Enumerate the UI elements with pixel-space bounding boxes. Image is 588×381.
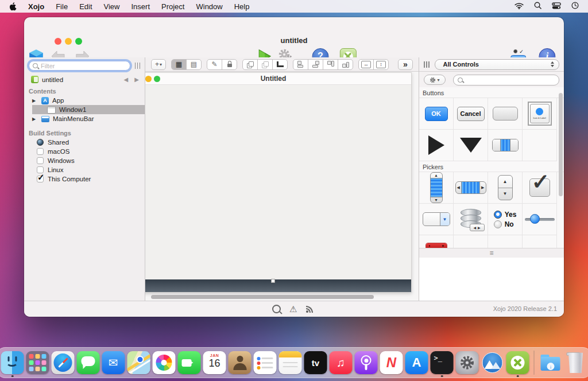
disclosure-triangle-icon[interactable]: ▶	[32, 116, 38, 122]
menu-item-edit[interactable]: Edit	[74, 2, 98, 11]
warnings-icon[interactable]: ⚠	[289, 305, 297, 313]
align-left-icon[interactable]	[293, 60, 308, 69]
dock-news-icon[interactable]: N	[380, 349, 404, 376]
control-slider[interactable]	[523, 204, 557, 235]
navigator-options-icon[interactable]	[135, 63, 141, 69]
distribute-icon[interactable]	[258, 60, 273, 69]
controls-filter-dropdown[interactable]: All Controls	[435, 59, 560, 70]
dock-facetime-icon[interactable]	[177, 349, 202, 376]
tree-item-window1[interactable]: Window1	[32, 105, 145, 114]
project-row[interactable]: untitled ◀ ▶	[24, 73, 145, 85]
dock-photos-icon[interactable]	[152, 349, 176, 376]
dock-messages-icon[interactable]	[76, 349, 100, 376]
dock-xojo-icon[interactable]	[506, 349, 530, 376]
equal-width-icon[interactable]: ↔	[359, 60, 374, 69]
dock-launchpad-icon[interactable]	[26, 349, 50, 376]
more-tools-button[interactable]: »	[398, 59, 413, 70]
tree-item-app[interactable]: ▶ A App	[24, 96, 145, 105]
layout-view-icon[interactable]: ▦	[172, 60, 187, 69]
tree-item-mainmenubar[interactable]: ▶ MainMenuBar	[24, 114, 145, 123]
duplicate-icon[interactable]	[243, 60, 258, 69]
build-target-macos[interactable]: macOS	[24, 147, 145, 156]
library-splitter[interactable]: ≡	[419, 248, 564, 258]
menu-item-help[interactable]: Help	[229, 2, 256, 11]
spotlight-search-icon[interactable]	[534, 2, 541, 11]
dock-mountain-app-icon[interactable]	[481, 349, 505, 376]
dock-notes-icon[interactable]	[278, 349, 303, 376]
control-checkbox[interactable]: ✓	[523, 172, 557, 204]
clock-icon[interactable]	[571, 2, 579, 11]
code-view-icon[interactable]: ▤	[187, 60, 201, 69]
dock-appstore-icon[interactable]: A	[405, 349, 429, 376]
feed-icon[interactable]	[305, 305, 314, 313]
control-stepper[interactable]: ▲▼	[488, 172, 523, 204]
dock-system-preferences-icon[interactable]	[455, 349, 479, 376]
dock-safari-icon[interactable]	[51, 349, 75, 376]
dock-music-icon[interactable]: ♫	[329, 349, 353, 376]
add-control-button[interactable]: +▾	[151, 59, 166, 70]
library-drag-handle-icon[interactable]	[424, 61, 430, 68]
dock-trash-icon[interactable]	[564, 349, 588, 376]
control-cancel-button[interactable]: Cancel	[454, 98, 488, 130]
lock-icon[interactable]	[222, 60, 237, 69]
equal-height-icon[interactable]: ↕	[374, 60, 388, 69]
library-search-input[interactable]	[454, 76, 559, 85]
history-forward-icon[interactable]: ▶	[134, 76, 139, 83]
library-scrollbar[interactable]	[559, 93, 563, 196]
editor-canvas[interactable]: Untitled	[145, 72, 419, 301]
menu-item-file[interactable]: File	[50, 2, 74, 11]
this-computer-checkbox[interactable]: ✓	[37, 176, 44, 182]
menu-item-view[interactable]: View	[98, 2, 126, 11]
dock-maps-icon[interactable]	[127, 349, 151, 376]
align-bottom-icon[interactable]	[338, 60, 353, 69]
menu-item-xojo[interactable]: Xojo	[22, 2, 50, 11]
align-top-icon[interactable]	[323, 60, 338, 69]
dock-finder-icon[interactable]	[1, 349, 25, 376]
build-target-windows[interactable]: Windows	[24, 156, 145, 165]
control-date-picker[interactable]	[419, 235, 454, 249]
dock-mail-icon[interactable]: ✉	[102, 349, 126, 376]
dock-tv-icon[interactable]: tv	[304, 349, 328, 376]
control-combobox[interactable]: ▼	[419, 204, 454, 235]
library-search-field[interactable]	[453, 75, 559, 85]
filter-input[interactable]	[29, 61, 130, 71]
pencil-icon[interactable]: ✎	[207, 60, 222, 69]
macos-checkbox[interactable]	[37, 148, 44, 155]
control-center-icon[interactable]	[552, 2, 561, 11]
dock-downloads-icon[interactable]: ↓	[539, 349, 563, 376]
filter-search-field[interactable]	[29, 61, 130, 71]
build-target-this-computer[interactable]: ✓ This Computer	[24, 174, 145, 184]
control-vertical-scrollbar[interactable]: ▲▼	[419, 172, 454, 204]
find-icon[interactable]	[272, 305, 281, 313]
align-center-icon[interactable]	[308, 60, 323, 69]
menu-item-project[interactable]: Project	[156, 2, 190, 11]
resize-handle[interactable]	[271, 279, 275, 283]
menu-item-window[interactable]: Window	[190, 2, 228, 11]
dock-contacts-icon[interactable]	[228, 349, 252, 376]
control-disclosure-triangle[interactable]	[419, 130, 454, 161]
control-radio-group[interactable]: Yes No	[488, 204, 523, 235]
dock-separator	[534, 351, 535, 375]
control-plain-button[interactable]	[488, 98, 523, 130]
build-target-shared[interactable]: Shared	[24, 138, 145, 147]
library-settings-button[interactable]: ▾	[424, 75, 446, 85]
control-database[interactable]: ◀▶	[454, 204, 488, 235]
dock-reminders-icon[interactable]	[253, 349, 277, 376]
control-popup-arrow[interactable]	[454, 130, 488, 161]
windows-checkbox[interactable]	[37, 157, 44, 164]
menu-item-insert[interactable]: Insert	[125, 2, 156, 11]
dock-calendar-icon[interactable]: JAN16	[203, 349, 227, 376]
history-back-icon[interactable]: ◀	[124, 76, 129, 83]
control-segmented[interactable]	[488, 130, 523, 161]
design-window[interactable]: Untitled	[145, 72, 412, 293]
control-icon-label-button[interactable]: Icon & Label	[523, 98, 557, 130]
disclosure-triangle-icon[interactable]: ▶	[32, 98, 38, 103]
ruler-icon[interactable]	[273, 60, 287, 69]
dock-podcasts-icon[interactable]	[354, 349, 378, 376]
apple-menu-icon[interactable]	[9, 2, 17, 11]
dock-terminal-icon[interactable]: >_	[430, 349, 454, 376]
control-default-button[interactable]: OK	[419, 98, 454, 130]
horizontal-scrollbar[interactable]	[151, 295, 374, 299]
control-horizontal-scrollbar[interactable]: ◀▶	[454, 172, 488, 204]
wifi-icon[interactable]	[514, 2, 524, 11]
